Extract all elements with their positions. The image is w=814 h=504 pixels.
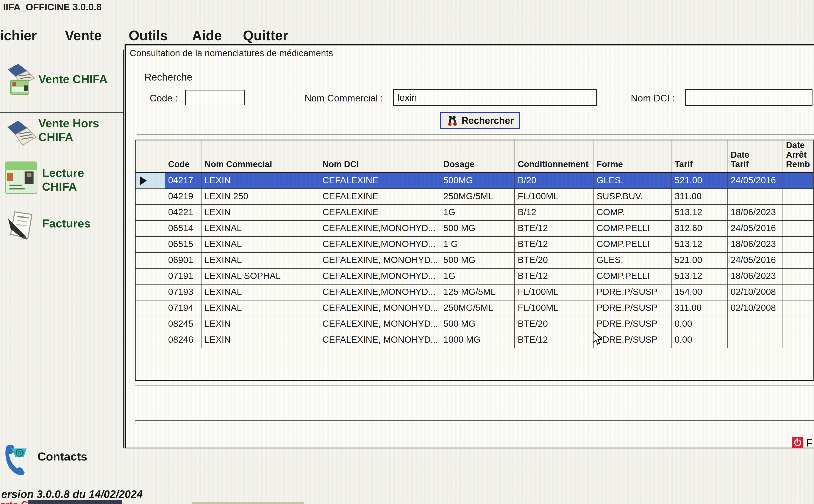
cell-nom-dci: CEFALEXINE xyxy=(319,205,440,220)
cell-dosage: 500 MG xyxy=(440,221,515,236)
row-selector-cell[interactable] xyxy=(136,205,165,220)
row-selector-cell[interactable] xyxy=(136,316,165,332)
column-header[interactable]: Nom DCI xyxy=(319,140,440,172)
cell-dosage: 500MG xyxy=(440,173,515,188)
cell-nom-commercial: LEXIN xyxy=(201,332,319,348)
invoice-icon xyxy=(5,209,40,241)
cell-date-arret-remb xyxy=(783,253,813,268)
row-selector-cell[interactable] xyxy=(136,173,165,188)
row-selector-cell[interactable] xyxy=(136,253,165,268)
cell-date-tarif xyxy=(728,332,783,348)
cell-code: 04219 xyxy=(165,189,201,204)
cell-nom-dci: CEFALEXINE, MONOHYD... xyxy=(319,332,440,348)
column-header[interactable]: Nom Commecial xyxy=(201,140,319,172)
column-header[interactable]: Date Tarif xyxy=(728,140,783,172)
menu-item-quitter[interactable]: Quitter xyxy=(243,26,288,45)
column-header[interactable]: Forme xyxy=(594,140,672,172)
cell-date-tarif: 18/06/2023 xyxy=(728,205,783,220)
cell-dosage: 500 MG xyxy=(440,316,515,332)
cell-date-tarif: 24/05/2016 xyxy=(728,221,783,236)
menu-item-fichier[interactable]: ichier xyxy=(0,26,37,45)
row-selector-header xyxy=(136,140,165,172)
cell-code: 07194 xyxy=(165,300,201,316)
cell-code: 06514 xyxy=(165,221,201,236)
cell-nom-dci: CEFALEXINE xyxy=(319,189,440,204)
table-row[interactable]: 07194 LEXINAL CEFALEXINE, MONOHYD... 250… xyxy=(136,300,813,316)
cell-dosage: 125 MG/5ML xyxy=(440,285,515,300)
row-selector-cell[interactable] xyxy=(136,300,165,316)
cell-tarif: 513.12 xyxy=(672,269,728,284)
cell-forme: PDRE.P/SUSP xyxy=(594,316,672,332)
cell-nom-commercial: LEXINAL SOPHAL xyxy=(201,269,319,284)
table-row[interactable]: 04221 LEXIN CEFALEXINE 1G B/12 COMP. 513… xyxy=(136,205,813,221)
row-selector-cell[interactable] xyxy=(136,189,165,204)
card-reader-icon xyxy=(4,160,38,195)
cell-conditionnement: BTE/12 xyxy=(515,237,594,252)
column-header[interactable]: Code xyxy=(165,140,201,172)
cell-nom-dci: CEFALEXINE,MONOHYD... xyxy=(319,269,440,284)
cell-conditionnement: BTE/12 xyxy=(515,269,594,284)
sidebar-item-label: LectureCHIFA xyxy=(42,166,120,193)
application-window: IIFA_OFFICINE 3.0.0.8 ichier Vente Outil… xyxy=(0,0,814,504)
menu-item-aide[interactable]: Aide xyxy=(192,26,222,45)
cell-code: 04217 xyxy=(165,173,201,188)
table-row[interactable]: 06901 LEXINAL CEFALEXINE, MONOHYD... 500… xyxy=(136,253,813,269)
column-header[interactable]: Dosage xyxy=(440,140,515,172)
cell-date-arret-remb xyxy=(783,173,813,188)
nom-commercial-label: Nom Commercial : xyxy=(304,93,383,104)
column-header[interactable]: Date Arrêt Remb xyxy=(783,140,813,172)
cell-nom-commercial: LEXINAL xyxy=(201,237,319,252)
table-row[interactable]: 06514 LEXINAL CEFALEXINE,MONOHYD... 500 … xyxy=(136,221,813,237)
code-input[interactable] xyxy=(185,90,245,105)
rechercher-button[interactable]: Rechercher xyxy=(440,112,520,129)
cell-conditionnement: B/12 xyxy=(515,205,594,220)
row-selector-cell[interactable] xyxy=(136,237,165,252)
column-header[interactable]: Conditionnement xyxy=(515,140,594,172)
table-row[interactable]: 07193 LEXINAL CEFALEXINE,MONOHYD... 125 … xyxy=(136,285,813,300)
menu-bar: ichier Vente Outils Aide Quitter xyxy=(0,26,323,45)
table-row[interactable]: 08246 LEXIN CEFALEXINE, MONOHYD... 1000 … xyxy=(136,332,813,348)
cell-nom-commercial: LEXIN xyxy=(201,316,319,332)
cell-dosage: 1 G xyxy=(440,237,515,252)
power-icon xyxy=(793,438,802,446)
cell-nom-dci: CEFALEXINE,MONOHYD... xyxy=(319,221,440,236)
nom-dci-input[interactable] xyxy=(685,89,812,106)
cell-date-arret-remb xyxy=(783,316,813,332)
column-header[interactable]: Tarif xyxy=(672,140,728,172)
cell-tarif: 311.00 xyxy=(672,300,728,316)
cell-nom-commercial: LEXINAL xyxy=(201,285,319,300)
power-close-button[interactable] xyxy=(792,437,803,448)
menu-item-outils[interactable]: Outils xyxy=(129,26,168,45)
sidebar-divider xyxy=(0,112,123,113)
row-selector-cell[interactable] xyxy=(136,269,165,284)
taskbar-fragment xyxy=(28,500,122,504)
row-selector-cell[interactable] xyxy=(136,221,165,236)
code-label: Code : xyxy=(150,93,178,104)
cell-forme: COMP.PELLI xyxy=(594,221,672,236)
sidebar: Vente CHIFA Vente HorsCHIFA Le xyxy=(0,50,124,448)
menu-item-vente[interactable]: Vente xyxy=(65,26,102,45)
table-row[interactable]: 08245 LEXIN CEFALEXINE, MONOHYD... 500 M… xyxy=(136,316,813,332)
table-row[interactable]: 07191 LEXINAL SOPHAL CEFALEXINE,MONOHYD.… xyxy=(136,269,813,285)
nom-commercial-input[interactable] xyxy=(393,89,597,106)
cell-dosage: 1G xyxy=(440,205,515,220)
cell-conditionnement: BTE/12 xyxy=(515,332,594,348)
cell-conditionnement: FL/100ML xyxy=(515,285,594,300)
cell-tarif: 311.00 xyxy=(672,189,728,204)
cell-dosage: 250MG/5ML xyxy=(440,300,515,316)
cell-forme: COMP. xyxy=(594,205,672,220)
sidebar-item-label: Vente CHIFA xyxy=(38,72,120,86)
table-row[interactable]: 06515 LEXINAL CEFALEXINE,MONOHYD... 1 G … xyxy=(136,237,813,253)
cell-code: 07191 xyxy=(165,269,201,284)
dialog-title: Consultation de la nomenclatures de médi… xyxy=(130,48,333,58)
cell-forme: GLES. xyxy=(594,173,672,188)
cell-forme: PDRE.P/SUSP xyxy=(594,285,672,300)
cell-nom-commercial: LEXIN xyxy=(201,173,319,188)
cell-nom-commercial: LEXINAL xyxy=(201,253,319,268)
table-row[interactable]: 04217 LEXIN CEFALEXINE 500MG B/20 GLES. … xyxy=(136,173,813,189)
cell-nom-commercial: LEXINAL xyxy=(201,221,319,236)
cell-date-arret-remb xyxy=(783,332,813,348)
row-selector-cell[interactable] xyxy=(136,285,165,300)
table-row[interactable]: 04219 LEXIN 250 CEFALEXINE 250MG/5ML FL/… xyxy=(136,189,813,205)
row-selector-cell[interactable] xyxy=(136,332,165,348)
